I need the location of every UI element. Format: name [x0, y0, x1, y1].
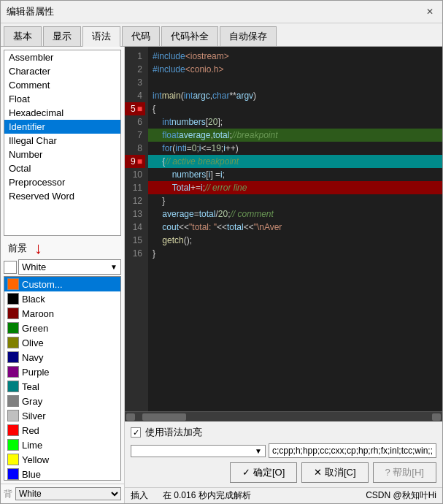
- code-line-7: float average, total; //breakpoint: [148, 129, 442, 142]
- color-item-label: Maroon: [22, 308, 54, 319]
- syntax-item-hexadecimal[interactable]: Hexadecimal: [4, 106, 120, 120]
- color-swatch: [7, 278, 19, 290]
- color-swatch: [7, 395, 19, 407]
- syntax-item-assembler[interactable]: Assembler: [4, 50, 120, 64]
- color-selector[interactable]: White ▼: [4, 259, 121, 275]
- lang-dropdown[interactable]: ▼: [131, 445, 266, 457]
- syntax-highlight-row: ✓ 使用语法加亮: [131, 426, 436, 439]
- line-numbers: 1 2 3 4 5■ 6 7 8 9■ 10 11 12 13 14 15 16: [125, 47, 148, 411]
- syntax-item-reservedword[interactable]: Reserved Word: [4, 189, 120, 203]
- syntax-item-octal[interactable]: Octal: [4, 161, 120, 175]
- code-content: #include <iostream> #include <conio.h> i…: [148, 47, 442, 411]
- window-title: 编辑器属性: [7, 5, 54, 18]
- tab-autosave[interactable]: 自动保存: [220, 26, 277, 46]
- scrollbar-thumb[interactable]: [142, 413, 186, 421]
- ok-button[interactable]: ✓ 确定[O]: [230, 462, 297, 483]
- tab-autocomplete[interactable]: 代码补全: [161, 26, 218, 46]
- color-item-olive[interactable]: Olive: [4, 335, 120, 350]
- line-num-1: 1: [125, 50, 145, 63]
- line-num-4: 4: [125, 89, 145, 102]
- selected-color-label: White: [22, 261, 46, 272]
- extensions-input[interactable]: c;cpp;h;hpp;cc;cxx;cp;hp;rh;fx;inl;tcc;w…: [269, 443, 436, 458]
- color-item-label: Green: [22, 323, 48, 334]
- checkmark-icon: ✓: [133, 428, 139, 438]
- tab-bar: 基本 显示 语法 代码 代码补全 自动保存: [1, 23, 442, 47]
- bg-dropdown[interactable]: White: [15, 487, 121, 500]
- color-item-yellow[interactable]: Yellow: [4, 452, 120, 467]
- syntax-item-float[interactable]: Float: [4, 92, 120, 106]
- color-swatch: [7, 337, 19, 348]
- cancel-button[interactable]: ✕ 取消[C]: [301, 462, 368, 483]
- tab-code[interactable]: 代码: [122, 26, 160, 46]
- color-item-red[interactable]: Red: [4, 423, 120, 438]
- chevron-down-icon: ▼: [255, 447, 262, 455]
- title-bar: 编辑器属性 ✕: [1, 1, 442, 23]
- color-item-purple[interactable]: Purple: [4, 364, 120, 379]
- syntax-item-preprocessor[interactable]: Preprocessor: [4, 175, 120, 189]
- color-item-label: Blue: [22, 469, 41, 480]
- color-item-custom[interactable]: Custom...: [4, 277, 120, 291]
- color-item-label: Lime: [22, 440, 42, 451]
- ok-label: ✓ 确定[O]: [242, 466, 285, 479]
- color-item-silver[interactable]: Silver: [4, 408, 120, 423]
- tab-basic[interactable]: 基本: [4, 26, 42, 46]
- color-item-green[interactable]: Green: [4, 321, 120, 335]
- tab-display[interactable]: 显示: [43, 26, 81, 46]
- code-line-4: int main(int argc, char **argv): [148, 89, 442, 102]
- line-num-10: 10: [125, 168, 145, 181]
- syntax-highlight-checkbox[interactable]: ✓: [131, 427, 141, 438]
- code-line-6: int numbers[20];: [148, 115, 442, 129]
- line-num-14: 14: [125, 221, 145, 234]
- line-num-2: 2: [125, 63, 145, 76]
- color-swatch: [7, 366, 19, 378]
- status-insert: 插入: [131, 489, 148, 502]
- color-item-lime[interactable]: Lime: [4, 438, 120, 452]
- color-item-teal[interactable]: Teal: [4, 379, 120, 394]
- syntax-item-character[interactable]: Character: [4, 64, 120, 78]
- help-button[interactable]: ? 帮助[H]: [373, 462, 436, 483]
- color-list[interactable]: Custom... Black Maroon Green Olive: [4, 276, 121, 481]
- syntax-list[interactable]: Assembler Character Comment Float Hexade…: [4, 50, 121, 236]
- arrow-icon: ↓: [34, 239, 42, 258]
- line-num-3: 3: [125, 76, 145, 89]
- syntax-item-identifier[interactable]: Identifier: [4, 120, 120, 134]
- color-swatch: [7, 410, 19, 421]
- color-item-navy[interactable]: Navy: [4, 350, 120, 364]
- color-dropdown[interactable]: White ▼: [18, 259, 121, 275]
- color-item-black[interactable]: Black: [4, 291, 120, 306]
- code-line-12: }: [148, 194, 442, 207]
- color-item-label: Black: [22, 294, 45, 305]
- syntax-item-illegalchar[interactable]: Illegal Char: [4, 134, 120, 148]
- code-line-1: #include <iostream>: [148, 50, 442, 63]
- selected-color-swatch: [4, 261, 17, 274]
- code-editor: 1 2 3 4 5■ 6 7 8 9■ 10 11 12 13 14 15 16: [125, 47, 442, 411]
- color-item-label: Yellow: [22, 454, 49, 465]
- code-line-13: average = total / 20; // comment: [148, 207, 442, 221]
- horizontal-scrollbar[interactable]: [125, 411, 442, 421]
- line-num-9: 9■: [125, 155, 145, 168]
- main-content: Assembler Character Comment Float Hexade…: [1, 47, 442, 503]
- line-num-8: 8: [125, 142, 145, 155]
- color-item-maroon[interactable]: Maroon: [4, 306, 120, 321]
- color-item-label: Purple: [22, 367, 50, 378]
- color-item-label: Custom...: [22, 279, 63, 290]
- color-item-blue[interactable]: Blue: [4, 467, 120, 481]
- syntax-item-number[interactable]: Number: [4, 148, 120, 161]
- bg-label: 背: [4, 488, 12, 500]
- syntax-item-comment[interactable]: Comment: [4, 78, 120, 92]
- tab-syntax[interactable]: 语法: [82, 26, 120, 47]
- close-button[interactable]: ✕: [423, 5, 436, 18]
- color-swatch: [7, 322, 19, 334]
- color-swatch: [7, 468, 19, 480]
- scroll-left-btn[interactable]: [126, 413, 135, 421]
- scroll-right-btn[interactable]: [432, 413, 441, 421]
- code-line-14: cout << "total: " << total << "\nAver: [148, 221, 442, 234]
- status-timing: 在 0.016 秒内完成解析: [163, 489, 251, 502]
- line-num-15: 15: [125, 234, 145, 247]
- extensions-row: ▼ c;cpp;h;hpp;cc;cxx;cp;hp;rh;fx;inl;tcc…: [131, 443, 436, 458]
- color-swatch: [7, 293, 19, 305]
- syntax-highlight-label: 使用语法加亮: [145, 426, 202, 439]
- color-item-gray[interactable]: Gray: [4, 394, 120, 408]
- line-num-11: 11: [125, 181, 145, 194]
- right-panel: 1 2 3 4 5■ 6 7 8 9■ 10 11 12 13 14 15 16: [125, 47, 442, 503]
